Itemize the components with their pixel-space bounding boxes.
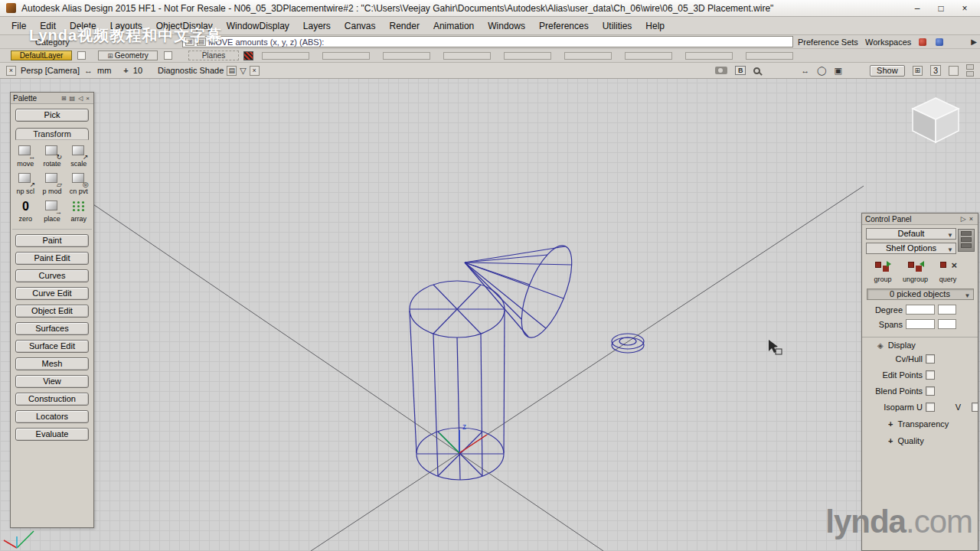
menu-item-render[interactable]: Render	[383, 18, 426, 34]
isoparm-u-checkbox[interactable]	[926, 403, 935, 412]
blend-points-checkbox[interactable]	[926, 386, 935, 396]
tool-move[interactable]: ↔ move	[12, 144, 39, 168]
grid-size-value[interactable]: 10	[133, 66, 142, 75]
menu-item-help[interactable]: Help	[639, 18, 671, 34]
layer-slot[interactable]	[625, 52, 672, 60]
pan-icon[interactable]: ↔	[801, 66, 809, 75]
degree-input-2[interactable]	[938, 305, 956, 315]
shade-close-icon[interactable]: ×	[250, 66, 260, 76]
hatch-swatch-icon[interactable]	[243, 51, 253, 60]
shade-list-icon[interactable]: ▤	[227, 66, 237, 76]
category-label[interactable]: Category	[35, 37, 70, 47]
spans-input[interactable]	[906, 319, 935, 329]
group-tool[interactable]: group	[873, 259, 893, 283]
panel-close-icon[interactable]: ×	[968, 215, 975, 223]
preference-sets-button[interactable]: Preference Sets	[798, 37, 858, 47]
palette-tab-transform[interactable]: Transform	[15, 128, 89, 140]
toolbar-overflow-icon[interactable]: ▶	[971, 37, 977, 46]
menu-item-delete[interactable]: Delete	[63, 18, 103, 34]
tool-zero[interactable]: 0 zero	[12, 199, 39, 223]
menu-item-objectdisplay[interactable]: ObjectDisplay	[149, 18, 220, 34]
orbit-icon[interactable]: ◯	[817, 66, 826, 76]
menu-item-layouts[interactable]: Layouts	[103, 18, 149, 34]
layer-checkbox[interactable]	[77, 51, 86, 60]
shelf-drawer-icon[interactable]	[958, 229, 975, 252]
minimize-button[interactable]: –	[908, 3, 926, 14]
shelf-options-dropdown[interactable]: Shelf Options ▼	[866, 243, 956, 254]
palette-titlebar[interactable]: Palette ⊞ ▤ ◁ ×	[11, 93, 93, 104]
planes-layer-button[interactable]: Planes	[188, 51, 239, 60]
magnifier-icon[interactable]	[753, 67, 760, 74]
layer-slot[interactable]	[685, 52, 733, 60]
palette-close-icon[interactable]: ×	[84, 95, 91, 102]
edit-points-checkbox[interactable]	[926, 370, 935, 380]
layer-slot[interactable]	[564, 52, 612, 60]
prompt-history-icon[interactable]: ⊞	[185, 37, 194, 46]
snapshot-camera-icon[interactable]	[715, 67, 727, 74]
cv-hull-checkbox[interactable]	[926, 354, 935, 364]
tool-np-scl[interactable]: ↗ np scl	[12, 171, 39, 195]
degree-input[interactable]	[906, 305, 935, 315]
isoparm-v-checkbox[interactable]	[972, 403, 978, 412]
tool-place[interactable]: → place	[39, 199, 66, 223]
palette-tab-surfaces[interactable]: Surfaces	[15, 322, 89, 335]
layer-slot[interactable]	[746, 52, 793, 60]
perspective-viewport[interactable]	[0, 79, 980, 551]
palette-tab-paint-edit[interactable]: Paint Edit	[15, 252, 89, 265]
geometry-layer-button[interactable]: ⊞Geometry	[98, 51, 158, 60]
tool-p-mod[interactable]: ▱ p mod	[39, 171, 66, 195]
shade-mode-control[interactable]: Diagnostic Shade ▤ ▽ ×	[158, 66, 260, 76]
viewport-layout-icon[interactable]	[949, 66, 959, 76]
palette-tab-locators[interactable]: Locators	[15, 410, 89, 423]
menu-item-utilities[interactable]: Utilities	[596, 18, 639, 34]
viewport-menu-icon[interactable]: ×	[6, 66, 16, 76]
menu-item-windowdisplay[interactable]: WindowDisplay	[220, 18, 296, 34]
layer-slot[interactable]	[504, 52, 551, 60]
palette-tab-object-edit[interactable]: Object Edit	[15, 305, 89, 318]
preference-sets-icon[interactable]	[919, 38, 926, 46]
palette-tab-paint[interactable]: Paint	[15, 234, 89, 247]
palette-tab-mesh[interactable]: Mesh	[15, 357, 89, 370]
shade-dropdown-icon[interactable]: ▽	[240, 66, 246, 76]
viewport-grid-toggle-icon[interactable]: ⊞	[913, 66, 923, 76]
palette-tab-view[interactable]: View	[15, 375, 89, 388]
ungroup-tool[interactable]: ungroup	[903, 259, 928, 283]
menu-item-animation[interactable]: Animation	[426, 18, 481, 34]
layer-slot[interactable]	[322, 52, 370, 60]
tool-scale[interactable]: ↗ scale	[65, 144, 92, 168]
preset-dropdown[interactable]: Default ▼	[866, 228, 956, 240]
menu-item-layers[interactable]: Layers	[296, 18, 338, 34]
default-layer-button[interactable]: DefaultLayer	[11, 51, 72, 60]
tool-cn-pvt[interactable]: ◎ cn pvt	[65, 171, 92, 195]
layer-slot[interactable]	[383, 52, 430, 60]
query-tool[interactable]: × query	[938, 259, 958, 283]
quality-toggle[interactable]: + Quality	[862, 432, 978, 449]
show-button[interactable]: Show	[870, 65, 905, 77]
palette-dock-icon[interactable]: ⊞	[60, 95, 68, 102]
palette-tab-evaluate[interactable]: Evaluate	[15, 428, 89, 441]
frame-icon[interactable]: ▣	[834, 66, 841, 76]
spans-input-2[interactable]	[938, 319, 956, 329]
workspaces-button[interactable]: Workspaces	[865, 37, 911, 47]
menu-item-file[interactable]: File	[5, 18, 33, 34]
menu-item-canvas[interactable]: Canvas	[338, 18, 383, 34]
control-panel-titlebar[interactable]: Control Panel ▷ ×	[862, 214, 978, 225]
transparency-toggle[interactable]: + Transparency	[862, 416, 978, 432]
layer-slot[interactable]	[262, 52, 309, 60]
palette-tab-pick[interactable]: Pick	[15, 109, 89, 122]
viewport-edge-buttons[interactable]	[966, 64, 974, 77]
palette-tab-construction[interactable]: Construction	[15, 393, 89, 406]
palette-tab-curves[interactable]: Curves	[15, 269, 89, 282]
panel-expand-icon[interactable]: ▷	[959, 215, 968, 223]
geometry-checkbox[interactable]	[164, 51, 172, 60]
camera-label[interactable]: Persp [Camera]	[21, 66, 80, 75]
workspaces-icon[interactable]	[936, 38, 943, 46]
palette-collapse-icon[interactable]: ◁	[77, 95, 84, 102]
render-buffer-icon[interactable]: B	[735, 66, 746, 75]
layer-slot[interactable]	[443, 52, 491, 60]
prompt-list-icon[interactable]: ▤	[197, 37, 206, 46]
menu-item-preferences[interactable]: Preferences	[532, 18, 596, 34]
maximize-button[interactable]: □	[932, 3, 950, 14]
display-section-header[interactable]: ◈ Display	[862, 337, 978, 351]
menu-item-windows[interactable]: Windows	[481, 18, 532, 34]
